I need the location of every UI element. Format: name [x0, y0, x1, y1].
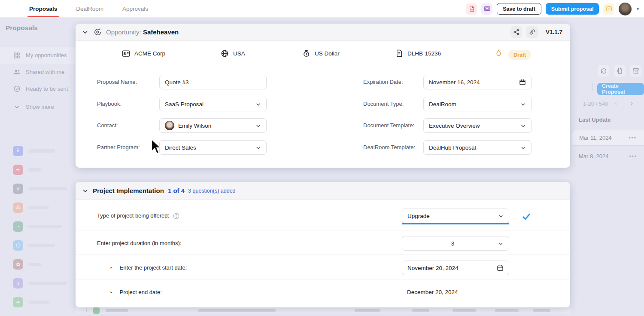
document-type-select[interactable]: DealRoom: [423, 97, 532, 111]
chevron-down-icon: [520, 123, 526, 129]
playbook-select[interactable]: SaaS Proposal: [159, 97, 267, 111]
document-type-value: DealRoom: [429, 101, 520, 107]
row-menu-icon[interactable]: •••: [629, 153, 637, 160]
calendar-icon: [519, 79, 526, 86]
sidebar-item-label: My opportunities: [26, 52, 67, 58]
section-card: Project Implementation 1 of 4 3 question…: [76, 182, 570, 307]
app-root: Proposals DealRoom Approvals PDF Save to…: [0, 0, 644, 316]
caret-down-icon[interactable]: ▾: [637, 7, 639, 11]
presentation-icon[interactable]: [481, 3, 492, 15]
table-row[interactable]: Mar 11, 2024 •••: [572, 130, 644, 146]
share-icon[interactable]: [510, 26, 522, 38]
proposal-name-value: Quote #3: [165, 79, 261, 86]
collapse-chevron-icon[interactable]: [82, 29, 88, 35]
version-label: V1.1.7: [546, 29, 562, 35]
chevron-down-icon: [13, 103, 21, 111]
people-icon: [13, 68, 21, 76]
mouse-cursor: [150, 139, 163, 155]
proposal-name-input[interactable]: Quote #3: [159, 75, 267, 89]
submit-proposal-button[interactable]: Submit proposal: [546, 3, 599, 15]
app-list-item[interactable]: ✒: [13, 165, 41, 175]
project-type-select[interactable]: Upgrade: [402, 209, 509, 223]
link-icon[interactable]: [526, 26, 538, 38]
tab-proposals[interactable]: Proposals: [29, 0, 57, 17]
app-list-item[interactable]: ❧: [13, 297, 49, 307]
sidebar-item-show-more[interactable]: Show more: [0, 98, 76, 115]
kebab-menu-icon[interactable]: ⋮: [589, 86, 591, 88]
archive-icon[interactable]: [630, 65, 641, 77]
sub-question-bullet-icon: ‣: [110, 285, 113, 300]
field-label: Contact:: [97, 118, 118, 133]
meta-id-label: DLHB-15236: [407, 50, 441, 57]
opportunities-panel: ⋮ Create Proposal 1-20 / 540 ‹ › Last Up…: [570, 18, 644, 316]
row-menu-icon[interactable]: •••: [629, 135, 637, 141]
card-title-name: Safeheaven: [143, 28, 179, 36]
user-avatar[interactable]: [619, 3, 632, 15]
tab-approvals[interactable]: Approvals: [122, 0, 148, 17]
project-duration-select[interactable]: 3: [402, 236, 509, 251]
globe-icon: [221, 49, 229, 58]
app-list-item[interactable]: ◖: [13, 278, 67, 288]
opportunity-card-header: Opportunity: Safeheaven V1.1.7: [76, 24, 570, 41]
question-text: Enter the project start date:: [120, 261, 187, 275]
partner-program-value: Direct Sales: [165, 144, 255, 151]
pdf-export-icon[interactable]: PDF: [466, 3, 477, 15]
contact-select[interactable]: Emily Wilson: [159, 118, 267, 133]
refresh-icon[interactable]: [598, 65, 609, 77]
tab-dealroom[interactable]: DealRoom: [76, 0, 103, 17]
section-questions-added: 3 question(s) added: [188, 188, 236, 194]
expiration-date-input[interactable]: November 16, 2024: [423, 75, 532, 89]
help-icon[interactable]: [173, 212, 180, 220]
app-list-item[interactable]: ⠿: [13, 146, 55, 156]
document-template-value: Executive Overview: [429, 123, 520, 129]
save-draft-button[interactable]: Save to draft: [497, 3, 541, 15]
sidebar-item-label: Shared with me: [26, 69, 64, 75]
calendar-icon: [497, 264, 504, 271]
dots-grid-app-icon: ⠿: [13, 146, 23, 156]
document-template-select[interactable]: Executive Overview: [423, 118, 532, 133]
card-title-prefix: Opportunity:: [106, 28, 141, 36]
notes-icon[interactable]: [603, 3, 614, 15]
collapse-chevron-icon[interactable]: [82, 187, 88, 194]
next-page-icon[interactable]: ›: [631, 99, 633, 107]
sidebar-item-ready-to-be-sent[interactable]: Ready to be sent: [0, 80, 76, 97]
field-label: Document Template:: [363, 118, 414, 133]
row-date: Mar 8, 2024: [579, 153, 608, 160]
grid-icon: [13, 52, 21, 59]
table-row[interactable]: Mar 8, 2024 •••: [572, 148, 644, 164]
dealroom-template-value: DealHub Proposal: [429, 144, 520, 151]
section-progress: 1 of 4: [168, 187, 185, 194]
check-circle-icon: [13, 85, 21, 93]
app-list-item[interactable]: ⬡: [13, 240, 55, 251]
partner-program-select[interactable]: Direct Sales: [159, 140, 267, 155]
create-proposal-button[interactable]: Create Proposal: [597, 83, 644, 95]
expiration-date-value: November 16, 2024: [429, 79, 519, 86]
field-label: Playbook:: [97, 97, 122, 111]
sidebar-item-shared-with-me[interactable]: Shared with me: [0, 64, 76, 80]
project-start-date-input[interactable]: November 20, 2024: [402, 261, 509, 275]
app-list-item[interactable]: ⁂: [13, 202, 49, 213]
question-label: ‣ Project end date:: [110, 285, 162, 300]
money-bag-icon: [302, 49, 310, 58]
sidebar-item-label: Ready to be sent: [26, 86, 68, 92]
field-label: Expiration Date:: [363, 75, 403, 89]
lotus-app-icon: ✿: [13, 259, 23, 270]
question-text: Project end date:: [120, 285, 162, 300]
column-header-last-update: Last Update: [579, 117, 611, 123]
export-file-icon[interactable]: [614, 65, 626, 77]
project-start-date-value: November 20, 2024: [407, 265, 497, 271]
meta-id: DLHB-15236: [395, 49, 441, 57]
confirm-check-icon[interactable]: [521, 211, 532, 221]
background-table-row: /: [76, 307, 570, 314]
sidebar-item-my-opportunities[interactable]: My opportunities: [0, 47, 76, 64]
app-list-item[interactable]: ✿: [13, 259, 41, 270]
chevron-down-icon: [520, 145, 526, 150]
id-card-icon: [122, 49, 130, 58]
app-list-item[interactable]: V: [13, 184, 67, 194]
field-label: Partner Program:: [97, 140, 140, 155]
dealroom-template-select[interactable]: DealHub Proposal: [423, 140, 532, 155]
prev-page-icon[interactable]: ‹: [615, 99, 617, 107]
contact-avatar: [165, 121, 174, 130]
app-list-item[interactable]: ◔: [13, 221, 62, 232]
project-duration-value: 3: [407, 240, 498, 247]
